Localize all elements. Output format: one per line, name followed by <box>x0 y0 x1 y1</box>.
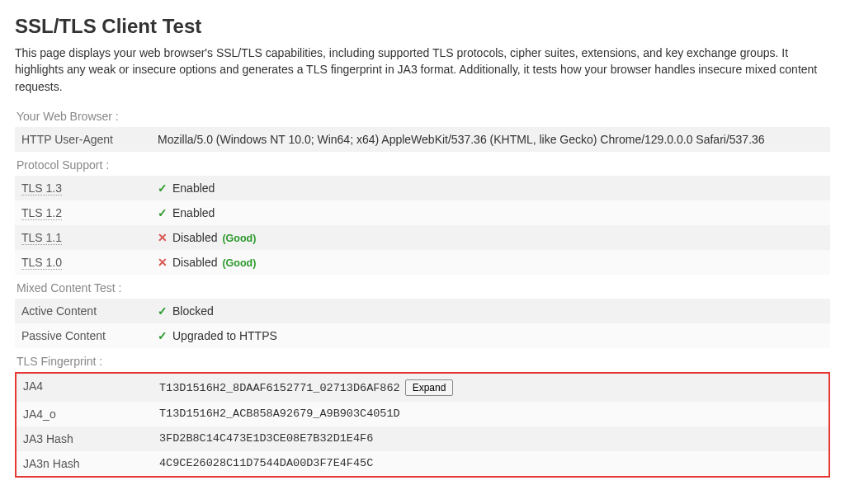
cell-key: JA4_o <box>17 402 153 426</box>
cell-key: TLS 1.0 <box>21 256 62 270</box>
table-row: Active Content ✓Blocked <box>15 299 830 323</box>
section-label-protocol: Protocol Support : <box>17 158 830 172</box>
page-description: This page displays your web browser's SS… <box>15 45 830 95</box>
cell-key: HTTP User-Agent <box>15 127 151 152</box>
status-good: (Good) <box>222 233 256 244</box>
check-icon: ✓ <box>158 304 168 318</box>
protocol-status: Enabled <box>172 181 215 195</box>
section-label-mixed: Mixed Content Test : <box>17 281 830 294</box>
cell-key: JA4 <box>17 374 153 402</box>
status-good: (Good) <box>222 257 256 269</box>
fingerprint-table: JA4 T13D1516H2_8DAAF6152771_02713D6AF862… <box>17 374 828 476</box>
fingerprint-value-ja3n: 4C9CE26028C11D7544DA00D3F7E4F45C <box>153 451 828 476</box>
section-label-browser: Your Web Browser : <box>17 110 830 123</box>
table-row: TLS 1.2 ✓Enabled <box>15 200 830 225</box>
section-label-fingerprint: TLS Fingerprint : <box>17 355 830 368</box>
fingerprint-value-ja3: 3FD2B8C14C473E1D3CE08E7B32D1E4F6 <box>153 426 828 451</box>
cell-key: Passive Content <box>15 323 151 348</box>
cell-key: TLS 1.3 <box>21 181 62 195</box>
fingerprint-value-ja4: T13D1516H2_8DAAF6152771_02713D6AF862 <box>159 382 400 394</box>
cell-key: Active Content <box>15 299 151 323</box>
protocol-status: Disabled <box>172 231 217 244</box>
cell-key: JA3n Hash <box>17 451 153 476</box>
table-row: HTTP User-Agent Mozilla/5.0 (Windows NT … <box>15 127 830 152</box>
expand-button[interactable]: Expand <box>405 379 454 396</box>
fingerprint-box: JA4 T13D1516H2_8DAAF6152771_02713D6AF862… <box>15 372 830 478</box>
page-title: SSL/TLS Client Test <box>15 15 830 38</box>
cell-value-user-agent: Mozilla/5.0 (Windows NT 10.0; Win64; x64… <box>151 127 830 152</box>
cross-icon: ✕ <box>158 256 168 269</box>
browser-table: HTTP User-Agent Mozilla/5.0 (Windows NT … <box>15 127 830 152</box>
check-icon: ✓ <box>158 329 168 342</box>
table-row: JA3 Hash 3FD2B8C14C473E1D3CE08E7B32D1E4F… <box>17 426 828 451</box>
protocol-status: Enabled <box>172 206 215 219</box>
table-row: TLS 1.0 ✕Disabled (Good) <box>15 250 830 275</box>
table-row: TLS 1.3 ✓Enabled <box>15 176 830 200</box>
cross-icon: ✕ <box>158 231 168 244</box>
table-row: JA4_o T13D1516H2_ACB858A92679_A9B903C405… <box>17 402 828 426</box>
table-row: Passive Content ✓Upgraded to HTTPS <box>15 323 830 348</box>
cell-key: TLS 1.1 <box>21 231 62 245</box>
mixed-status: Blocked <box>172 304 214 318</box>
cell-key: JA3 Hash <box>17 426 153 451</box>
mixed-content-table: Active Content ✓Blocked Passive Content … <box>15 299 830 348</box>
table-row: JA3n Hash 4C9CE26028C11D7544DA00D3F7E4F4… <box>17 451 828 476</box>
table-row: TLS 1.1 ✕Disabled (Good) <box>15 225 830 250</box>
table-row: JA4 T13D1516H2_8DAAF6152771_02713D6AF862… <box>17 374 828 402</box>
fingerprint-value-ja4o: T13D1516H2_ACB858A92679_A9B903C4051D <box>153 402 828 426</box>
mixed-status: Upgraded to HTTPS <box>172 329 277 342</box>
cell-key: TLS 1.2 <box>21 206 62 220</box>
check-icon: ✓ <box>158 206 168 219</box>
protocol-table: TLS 1.3 ✓Enabled TLS 1.2 ✓Enabled TLS 1.… <box>15 176 830 275</box>
check-icon: ✓ <box>158 181 168 195</box>
protocol-status: Disabled <box>172 256 217 269</box>
